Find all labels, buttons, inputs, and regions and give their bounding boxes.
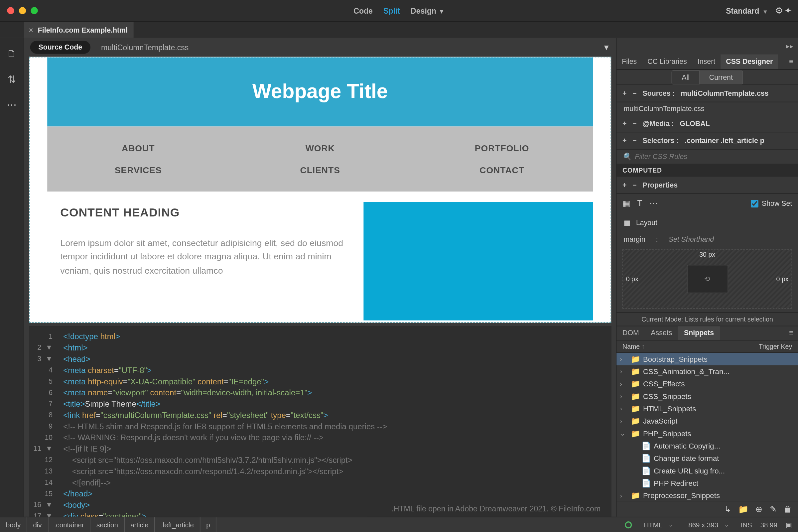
text-cat-icon[interactable]: T: [637, 198, 642, 208]
insert-snippet-icon[interactable]: ↳: [724, 504, 731, 513]
snippet-item[interactable]: 📄Create URL slug fro...: [616, 464, 798, 477]
snippet-item[interactable]: 📄PHP Redirect: [616, 477, 798, 490]
file-tab[interactable]: × FileInfo.com Example.html: [24, 22, 134, 38]
snippet-item[interactable]: ›📁Bootstrap_Snippets: [616, 353, 798, 365]
tab-dom[interactable]: DOM: [616, 326, 645, 340]
source-code-pill[interactable]: Source Code: [30, 41, 91, 54]
snippet-item[interactable]: ›📁CSS_Snippets: [616, 390, 798, 402]
close-window-icon[interactable]: [7, 7, 14, 14]
properties-section[interactable]: +− Properties: [616, 177, 798, 194]
delete-snippet-icon[interactable]: 🗑: [784, 504, 792, 513]
tab-snippets[interactable]: Snippets: [678, 326, 720, 340]
chevron-down-icon: ▼: [439, 8, 444, 15]
snippet-item[interactable]: ⌄📁PHP_Snippets: [616, 427, 798, 440]
view-code[interactable]: Code: [354, 6, 373, 15]
document-tabs: × FileInfo.com Example.html: [0, 21, 798, 38]
tab-cc-libraries[interactable]: CC Libraries: [642, 55, 692, 69]
zoom-window-icon[interactable]: [31, 7, 38, 14]
nav-contact[interactable]: CONTACT: [411, 165, 593, 175]
snippet-item[interactable]: ›📁JavaScript: [616, 415, 798, 427]
media-section[interactable]: +− @Media : GLOBAL: [616, 115, 798, 133]
dims-select[interactable]: 869 x 393 ⌄: [685, 521, 733, 528]
col-trigger[interactable]: Trigger Key: [759, 343, 792, 350]
collapse-icon[interactable]: ▸▸: [786, 42, 793, 50]
layout-icon: ▦: [624, 219, 630, 227]
search-icon: 🔍: [623, 153, 631, 161]
edit-snippet-icon[interactable]: ✎: [770, 504, 777, 513]
lang-select[interactable]: HTML ⌄: [640, 521, 677, 528]
plus-icon[interactable]: +: [623, 89, 626, 97]
crumb[interactable]: section: [91, 517, 125, 532]
nav-about[interactable]: ABOUT: [47, 143, 229, 153]
minus-icon[interactable]: −: [632, 89, 636, 97]
crumb[interactable]: div: [27, 517, 48, 532]
crumb[interactable]: article: [125, 517, 155, 532]
layout-cat-icon[interactable]: ▦: [623, 198, 630, 208]
live-preview[interactable]: Webpage Title ABOUT WORK PORTFOLIO SERVI…: [29, 57, 611, 323]
box-model[interactable]: 30 px 0 px 0 px ⟲: [623, 249, 792, 308]
filter-css-input[interactable]: 🔍 Filter CSS Rules: [616, 150, 798, 164]
view-mode-switcher: Code Split Design▼: [354, 6, 444, 15]
content-paragraph: Lorem ipsum dolor sit amet, consectetur …: [60, 236, 350, 277]
crumb[interactable]: body: [0, 517, 27, 532]
snippet-item[interactable]: ›📁CSS_Animation_&_Tran...: [616, 365, 798, 378]
snippet-item[interactable]: ›📁Preprocessor_Snippets: [616, 490, 798, 501]
subtab-current[interactable]: Current: [700, 70, 743, 84]
col-name[interactable]: Name ↑: [623, 343, 759, 350]
close-tab-icon[interactable]: ×: [29, 25, 33, 34]
view-split[interactable]: Split: [383, 6, 400, 15]
source-item[interactable]: multiColumnTemplate.css: [616, 102, 798, 115]
ins-mode[interactable]: INS: [741, 521, 752, 528]
sources-section[interactable]: +− Sources : multiColumnTemplate.css: [616, 85, 798, 102]
new-snippet-icon[interactable]: ⊕: [756, 504, 762, 513]
new-folder-icon[interactable]: 📁: [738, 504, 748, 513]
tab-css-designer[interactable]: CSS Designer: [721, 55, 778, 69]
filter-icon[interactable]: ▾: [604, 42, 609, 53]
tab-insert[interactable]: Insert: [692, 55, 721, 69]
panel-tabs: Files CC Libraries Insert CSS Designer ≡: [616, 55, 798, 70]
tab-assets[interactable]: Assets: [645, 326, 678, 340]
file-tab-label: FileInfo.com Example.html: [38, 25, 128, 34]
workspace-dropdown[interactable]: Standard ▾: [726, 6, 767, 15]
crumb[interactable]: .left_article: [155, 517, 200, 532]
panel-menu-icon[interactable]: ≡: [784, 55, 798, 69]
document-icon[interactable]: 🗋: [7, 49, 17, 60]
layout-section: ▦ Layout: [616, 213, 798, 233]
code-editor[interactable]: 12 ▼3 ▼4567891011 ▼1213141516 ▼17 ▼ <!do…: [29, 326, 611, 516]
selectors-section[interactable]: +− Selectors : .container .left_article …: [616, 132, 798, 150]
related-files-bar: Source Code multiColumnTemplate.css ▾: [24, 38, 616, 57]
margin-property[interactable]: margin: Set Shorthand: [616, 233, 798, 246]
status-ok-icon[interactable]: [625, 521, 632, 528]
gear-icon[interactable]: ⚙: [775, 5, 783, 16]
more-icon[interactable]: ⋯: [7, 99, 17, 111]
manage-sites-icon[interactable]: ⇅: [8, 73, 16, 86]
snippet-item[interactable]: 📄Automatic Copyrig...: [616, 440, 798, 452]
right-panel: ▸▸ Files CC Libraries Insert CSS Designe…: [616, 38, 798, 517]
related-css-link[interactable]: multiColumnTemplate.css: [101, 43, 189, 52]
snippet-item[interactable]: 📄Change date format: [616, 452, 798, 464]
nav-clients[interactable]: CLIENTS: [229, 165, 411, 175]
nav-portfolio[interactable]: PORTFOLIO: [411, 143, 593, 153]
nav-services[interactable]: SERVICES: [47, 165, 229, 175]
view-design[interactable]: Design▼: [411, 6, 444, 15]
crumb[interactable]: .container: [48, 517, 91, 532]
tab-files[interactable]: Files: [616, 55, 642, 69]
snippet-columns: Name ↑ Trigger Key: [616, 341, 798, 353]
preview-sidebar: [364, 191, 593, 321]
minimize-window-icon[interactable]: [19, 7, 26, 14]
link-icon[interactable]: ⟲: [704, 275, 710, 283]
breadcrumb: body div .container section article .lef…: [0, 517, 216, 532]
preview-icon[interactable]: ▣: [786, 520, 792, 529]
nav-work[interactable]: WORK: [229, 143, 411, 153]
sync-icon[interactable]: ✦: [784, 5, 792, 16]
panel-menu-icon[interactable]: ≡: [783, 326, 798, 340]
snippet-item[interactable]: ›📁CSS_Effects: [616, 378, 798, 390]
subtab-all[interactable]: All: [672, 70, 700, 84]
computed-label[interactable]: COMPUTED: [616, 164, 798, 176]
status-bar: body div .container section article .lef…: [0, 517, 798, 532]
preview-nav: ABOUT WORK PORTFOLIO SERVICES CLIENTS CO…: [47, 126, 593, 191]
crumb[interactable]: p: [200, 517, 216, 532]
show-set-toggle[interactable]: Show Set: [750, 199, 792, 208]
more-cat-icon[interactable]: ⋯: [649, 198, 658, 208]
snippet-item[interactable]: ›📁HTML_Snippets: [616, 403, 798, 415]
